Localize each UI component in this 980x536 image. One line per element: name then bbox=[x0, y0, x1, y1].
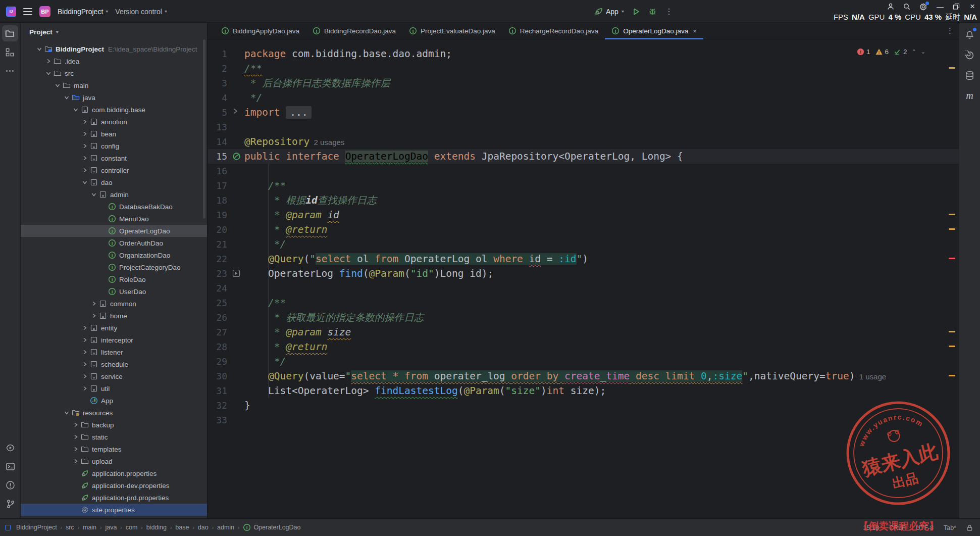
chevron-expanded-icon[interactable] bbox=[71, 107, 80, 112]
tree-item-application.properties[interactable]: application.properties bbox=[21, 467, 208, 479]
code-line-27[interactable]: 27 * @param size bbox=[208, 325, 959, 339]
more-actions-icon[interactable]: ⋮ bbox=[665, 7, 673, 16]
code-line-33[interactable]: 33 bbox=[208, 413, 959, 427]
tree-item-OperaterLogDao[interactable]: IOperaterLogDao bbox=[21, 225, 208, 237]
tab-BiddingApplyDao.java[interactable]: IBiddingApplyDao.java bbox=[215, 23, 306, 39]
code-line-14[interactable]: 14@Repository 2 usages bbox=[208, 134, 959, 149]
code-line-4[interactable]: 4 */ bbox=[208, 90, 959, 105]
project-widget-icon[interactable] bbox=[5, 525, 11, 530]
code-line-28[interactable]: 28 * @return bbox=[208, 339, 959, 354]
tree-item-application-dev.properties[interactable]: application-dev.properties bbox=[21, 479, 208, 492]
tree-item-com.bidding.base[interactable]: com.bidding.base bbox=[21, 104, 208, 116]
code-editor[interactable]: 1package com.bidding.base.dao.admin;2/**… bbox=[208, 39, 959, 518]
ok-count[interactable]: 2 bbox=[893, 48, 907, 56]
tree-item-.idea[interactable]: .idea bbox=[21, 55, 208, 67]
warning-count[interactable]: ! 6 bbox=[875, 48, 889, 56]
chevron-expanded-icon[interactable] bbox=[62, 410, 71, 415]
tree-item-listener[interactable]: listener bbox=[21, 346, 208, 358]
error-stripe[interactable] bbox=[949, 39, 957, 518]
chevron-collapsed-icon[interactable] bbox=[80, 362, 89, 367]
settings-gear-icon[interactable] bbox=[919, 3, 927, 11]
chevron-expanded-icon[interactable] bbox=[80, 180, 89, 185]
stripe-mark[interactable] bbox=[949, 331, 955, 332]
chevron-expanded-icon[interactable] bbox=[44, 71, 53, 76]
chevron-collapsed-icon[interactable] bbox=[71, 434, 80, 440]
main-menu-icon[interactable] bbox=[23, 8, 32, 15]
code-line-26[interactable]: 26 * 获取最近的指定条数的操作日志 bbox=[208, 310, 959, 325]
tab-RechargeRecordDao.java[interactable]: IRechargeRecordDao.java bbox=[502, 23, 605, 39]
tree-item-application-prd.properties[interactable]: application-prd.properties bbox=[21, 492, 208, 504]
code-line-22[interactable]: 22 @Query("select ol from OperaterLog ol… bbox=[208, 252, 959, 266]
tab-options-icon[interactable]: ⋮ bbox=[946, 26, 954, 35]
code-line-31[interactable]: 31 List<OperaterLog> findLastestLog(@Par… bbox=[208, 383, 959, 398]
chevron-collapsed-icon[interactable] bbox=[71, 447, 80, 452]
tree-scrollbar[interactable] bbox=[203, 39, 205, 219]
tree-item-upload[interactable]: upload bbox=[21, 455, 208, 467]
chevron-collapsed-icon[interactable] bbox=[44, 59, 53, 64]
tree-item-service[interactable]: service bbox=[21, 370, 208, 382]
tree-item-home[interactable]: home bbox=[21, 310, 208, 322]
tree-item-templates[interactable]: templates bbox=[21, 443, 208, 455]
chevron-collapsed-icon[interactable] bbox=[80, 325, 89, 330]
tree-item-interceptor[interactable]: interceptor bbox=[21, 334, 208, 346]
tree-item-main[interactable]: main bbox=[21, 79, 208, 91]
tree-item-util[interactable]: util bbox=[21, 382, 208, 395]
chevron-collapsed-icon[interactable] bbox=[80, 168, 89, 173]
code-line-29[interactable]: 29 */ bbox=[208, 354, 959, 369]
line-ending-widget[interactable]: CRLF bbox=[889, 524, 906, 531]
tree-item-src[interactable]: src bbox=[21, 67, 208, 79]
tree-item-MenuDao[interactable]: IMenuDao bbox=[21, 213, 208, 225]
tree-item-OrderAuthDao[interactable]: IOrderAuthDao bbox=[21, 237, 208, 249]
tree-item-UserDao[interactable]: IUserDao bbox=[21, 285, 208, 298]
stripe-mark[interactable] bbox=[949, 346, 955, 347]
stripe-mark[interactable] bbox=[949, 228, 955, 230]
code-line-2[interactable]: 2/** bbox=[208, 61, 959, 76]
tree-item-backup[interactable]: backup bbox=[21, 419, 208, 431]
chevron-collapsed-icon[interactable] bbox=[80, 337, 89, 343]
stripe-maven-icon[interactable]: m bbox=[962, 87, 978, 104]
tree-item-constant[interactable]: constant bbox=[21, 152, 208, 164]
code-line-1[interactable]: 1package com.bidding.base.dao.admin; bbox=[208, 46, 959, 61]
code-line-17[interactable]: 17 /** bbox=[208, 178, 959, 193]
code-line-5[interactable]: 5import ... bbox=[208, 105, 959, 120]
chevron-collapsed-icon[interactable] bbox=[80, 350, 89, 355]
chevron-collapsed-icon[interactable] bbox=[80, 143, 89, 149]
project-switcher[interactable]: BiddingProject ▾ bbox=[58, 8, 108, 16]
chevron-expanded-icon[interactable] bbox=[35, 46, 44, 52]
stripe-database-icon[interactable] bbox=[962, 67, 978, 83]
search-everywhere-icon[interactable] bbox=[903, 3, 911, 11]
code-line-20[interactable]: 20 * @return bbox=[208, 222, 959, 237]
tree-item-site.properties[interactable]: site.properties bbox=[21, 504, 208, 516]
stripe-mark[interactable] bbox=[949, 375, 955, 376]
chevron-collapsed-icon[interactable] bbox=[80, 386, 89, 391]
stripe-services-run-icon[interactable] bbox=[2, 440, 18, 456]
chevron-collapsed-icon[interactable] bbox=[80, 156, 89, 161]
tree-item-ProjectCategoryDao[interactable]: IProjectCategoryDao bbox=[21, 261, 208, 273]
code-line-32[interactable]: 32} bbox=[208, 398, 959, 413]
code-line-19[interactable]: 19 * @param id bbox=[208, 208, 959, 222]
breadcrumb-dao[interactable]: dao bbox=[198, 524, 209, 531]
chevron-collapsed-icon[interactable] bbox=[89, 313, 98, 318]
stripe-mark[interactable] bbox=[949, 67, 955, 69]
stripe-notifications-icon[interactable] bbox=[962, 27, 978, 43]
stripe-mark[interactable] bbox=[949, 214, 955, 215]
breadcrumb-bidding[interactable]: bidding bbox=[146, 524, 167, 531]
next-problem-icon[interactable]: ⌄ bbox=[921, 48, 925, 55]
fold-gutter-icon[interactable] bbox=[232, 105, 244, 120]
code-line-15[interactable]: 15public interface OperaterLogDao extend… bbox=[208, 149, 959, 164]
bean-gutter-icon[interactable] bbox=[232, 149, 244, 164]
breadcrumb-java[interactable]: java bbox=[105, 524, 117, 531]
tab-BiddingRecordDao.java[interactable]: IBiddingRecordDao.java bbox=[306, 23, 402, 39]
code-line-30[interactable]: 30 @Query(value="select * from operater_… bbox=[208, 369, 959, 383]
tree-item-App[interactable]: App bbox=[21, 395, 208, 407]
chevron-expanded-icon[interactable] bbox=[89, 192, 98, 197]
breadcrumb-base[interactable]: base bbox=[175, 524, 189, 531]
code-line-23[interactable]: 23 OperaterLog find(@Param("id")Long id)… bbox=[208, 266, 959, 281]
tab-close-icon[interactable]: × bbox=[693, 27, 697, 35]
prev-problem-icon[interactable]: ⌃ bbox=[912, 48, 916, 55]
stripe-ai-assistant-icon[interactable] bbox=[962, 47, 978, 63]
stripe-git-branch-icon[interactable] bbox=[2, 496, 18, 512]
chevron-collapsed-icon[interactable] bbox=[71, 422, 80, 427]
code-line-18[interactable]: 18 * 根据id查找操作日志 bbox=[208, 193, 959, 208]
stripe-problems-icon[interactable] bbox=[2, 477, 18, 493]
